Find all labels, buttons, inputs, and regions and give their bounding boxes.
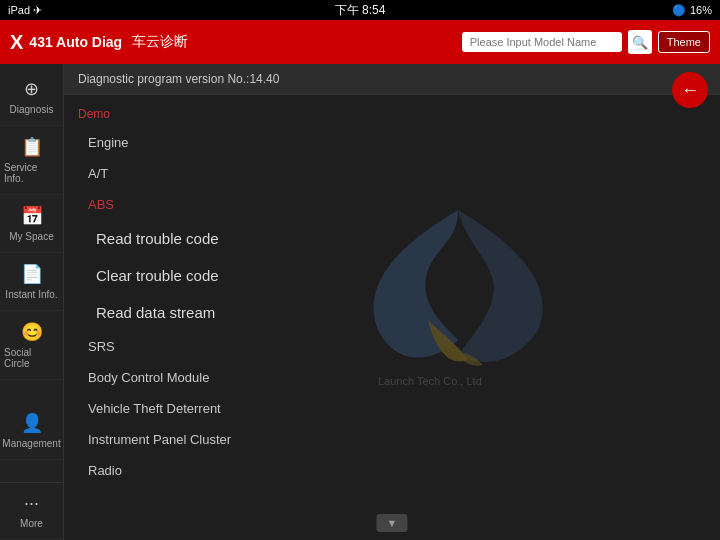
sidebar-item-more-label: More — [20, 518, 43, 529]
bluetooth-icon: 🔵 — [672, 4, 686, 17]
content-area: Launch Tech Co., Ltd ← Diagnostic progra… — [64, 64, 720, 540]
menu-item-vehicle-theft-deterrent[interactable]: Vehicle Theft Deterrent — [64, 393, 720, 424]
back-icon: ← — [681, 80, 699, 101]
sidebar-item-social-circle[interactable]: 😊 Social Circle — [0, 311, 63, 380]
sidebar-item-instant-info[interactable]: 📄 Instant Info. — [0, 253, 63, 311]
service-info-icon: 📋 — [21, 136, 43, 158]
app-name: 431 Auto Diag — [29, 34, 122, 50]
theme-button[interactable]: Theme — [658, 31, 710, 53]
menu-item-instrument-panel-cluster[interactable]: Instrument Panel Cluster — [64, 424, 720, 455]
main-layout: ⊕ Diagnosis 📋 Service Info. 📅 My Space 📄… — [0, 64, 720, 540]
search-button[interactable]: 🔍 — [628, 30, 652, 54]
logo-area: X 431 Auto Diag 车云诊断 — [10, 31, 188, 54]
menu-item-body-control-module[interactable]: Body Control Module — [64, 362, 720, 393]
sidebar-item-diagnosis-label: Diagnosis — [10, 104, 54, 115]
sidebar-item-management[interactable]: 👤 Management — [0, 402, 63, 460]
version-text: Diagnostic program version No.:14.40 — [78, 72, 279, 86]
section-demo: Demo — [64, 101, 720, 127]
app-header: X 431 Auto Diag 车云诊断 🔍 Theme — [0, 20, 720, 64]
sidebar-item-diagnosis[interactable]: ⊕ Diagnosis — [0, 68, 63, 126]
status-right: 🔵 16% — [672, 4, 712, 17]
menu-item-read-trouble-code[interactable]: Read trouble code — [64, 220, 720, 257]
menu-item-engine[interactable]: Engine — [64, 127, 720, 158]
sidebar: ⊕ Diagnosis 📋 Service Info. 📅 My Space 📄… — [0, 64, 64, 540]
menu-list: Demo Engine A/T ABS Read trouble code Cl… — [64, 95, 720, 492]
sidebar-item-more[interactable]: ··· More — [0, 482, 63, 540]
sidebar-item-management-label: Management — [2, 438, 60, 449]
sidebar-item-my-space[interactable]: 📅 My Space — [0, 195, 63, 253]
menu-item-at[interactable]: A/T — [64, 158, 720, 189]
search-input[interactable] — [462, 32, 622, 52]
back-button[interactable]: ← — [672, 72, 708, 108]
menu-item-read-data-stream[interactable]: Read data stream — [64, 294, 720, 331]
menu-item-abs[interactable]: ABS — [64, 189, 720, 220]
my-space-icon: 📅 — [21, 205, 43, 227]
header-search: 🔍 Theme — [462, 30, 710, 54]
sidebar-item-service-info[interactable]: 📋 Service Info. — [0, 126, 63, 195]
sidebar-item-my-space-label: My Space — [9, 231, 53, 242]
battery-level: 16% — [690, 4, 712, 16]
instant-info-icon: 📄 — [21, 263, 43, 285]
management-icon: 👤 — [21, 412, 43, 434]
logo-x: X — [10, 31, 23, 54]
status-time: 下午 8:54 — [335, 2, 386, 19]
sidebar-item-social-circle-label: Social Circle — [4, 347, 59, 369]
status-left: iPad ✈ — [8, 4, 42, 17]
scroll-indicator: ▼ — [377, 514, 408, 532]
sidebar-item-instant-info-label: Instant Info. — [5, 289, 57, 300]
status-bar: iPad ✈ 下午 8:54 🔵 16% — [0, 0, 720, 20]
menu-item-radio[interactable]: Radio — [64, 455, 720, 486]
app-name-cn: 车云诊断 — [132, 33, 188, 51]
menu-item-clear-trouble-code[interactable]: Clear trouble code — [64, 257, 720, 294]
more-icon: ··· — [24, 493, 39, 514]
version-bar: Diagnostic program version No.:14.40 — [64, 64, 720, 95]
status-ipad: iPad ✈ — [8, 4, 42, 17]
social-circle-icon: 😊 — [21, 321, 43, 343]
sidebar-item-service-info-label: Service Info. — [4, 162, 59, 184]
menu-item-srs[interactable]: SRS — [64, 331, 720, 362]
diagnosis-icon: ⊕ — [24, 78, 39, 100]
